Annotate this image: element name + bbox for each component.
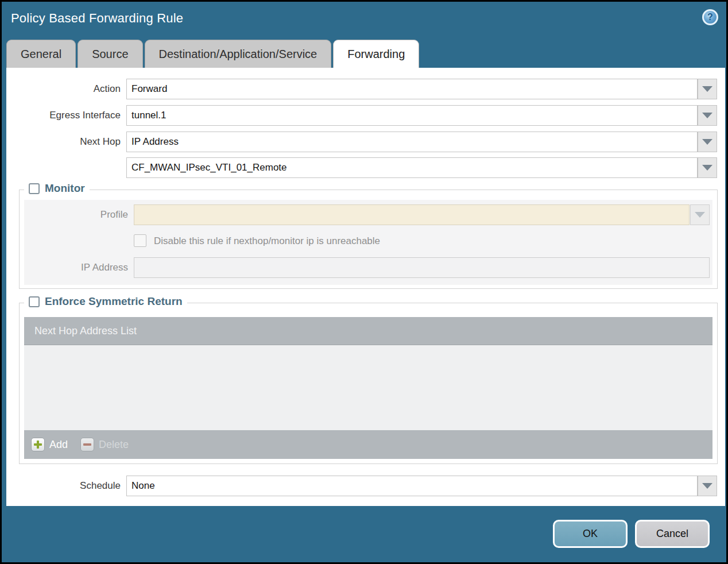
- enforce-symmetric-return-fieldset: Enforce Symmetric Return Next Hop Addres…: [19, 303, 718, 464]
- dialog-titlebar: Policy Based Forwarding Rule ?: [2, 2, 726, 37]
- enforce-symmetric-return-legend: Enforce Symmetric Return: [24, 295, 187, 308]
- chevron-down-icon: [695, 212, 705, 218]
- monitor-legend: Monitor: [24, 182, 90, 195]
- add-button[interactable]: Add: [31, 438, 68, 451]
- minus-icon: [80, 438, 94, 451]
- schedule-dropdown-button[interactable]: [698, 476, 717, 496]
- action-dropdown-button[interactable]: [698, 79, 717, 99]
- forwarding-tab-panel: Action Forward Egress Interface tunnel.1…: [6, 68, 725, 509]
- monitor-legend-label: Monitor: [45, 182, 85, 195]
- disable-rule-label: Disable this rule if nexthop/monitor ip …: [154, 234, 380, 248]
- profile-row: Profile: [24, 204, 712, 225]
- next-hop-address-list-table: Next Hop Address List Add Delete: [24, 317, 712, 459]
- next-hop-address-list-header: Next Hop Address List: [24, 317, 712, 345]
- monitor-checkbox[interactable]: [29, 183, 40, 194]
- chevron-down-icon: [702, 139, 712, 145]
- action-select[interactable]: Forward: [126, 79, 698, 99]
- profile-dropdown-button: [690, 204, 710, 225]
- disable-rule-checkbox: [134, 234, 146, 247]
- next-hop-address-select[interactable]: CF_MWAN_IPsec_VTI_01_Remote: [126, 157, 698, 178]
- tab-general[interactable]: General: [6, 40, 76, 68]
- ok-button[interactable]: OK: [553, 520, 628, 548]
- egress-interface-select[interactable]: tunnel.1: [126, 105, 698, 126]
- policy-based-forwarding-dialog: Policy Based Forwarding Rule ? General S…: [2, 2, 726, 562]
- chevron-down-icon: [702, 165, 712, 171]
- profile-label: Profile: [24, 204, 128, 225]
- next-hop-address-list-body[interactable]: [24, 345, 712, 430]
- chevron-down-icon: [702, 113, 712, 118]
- monitor-ip-address-label: IP Address: [24, 257, 128, 278]
- next-hop-address-list-toolbar: Add Delete: [24, 430, 712, 459]
- delete-button: Delete: [80, 438, 129, 451]
- tab-source[interactable]: Source: [78, 40, 142, 68]
- monitor-panel: Profile Disable this rule if nexthop/mon…: [24, 200, 712, 285]
- tab-bar: General Source Destination/Application/S…: [6, 40, 419, 68]
- tab-destination-application-service[interactable]: Destination/Application/Service: [145, 40, 332, 68]
- monitor-ip-address-input: [134, 257, 710, 278]
- next-hop-dropdown-button[interactable]: [698, 132, 717, 152]
- schedule-select[interactable]: None: [126, 476, 698, 496]
- egress-interface-dropdown-button[interactable]: [698, 105, 717, 126]
- dialog-title: Policy Based Forwarding Rule: [11, 11, 183, 26]
- help-icon[interactable]: ?: [702, 9, 718, 25]
- dialog-footer: OK Cancel: [2, 506, 726, 562]
- monitor-fieldset: Monitor Profile Disable this rule if nex…: [19, 190, 718, 289]
- screen: Policy Based Forwarding Rule ? General S…: [0, 0, 728, 564]
- chevron-down-icon: [702, 86, 712, 92]
- schedule-label: Schedule: [6, 476, 121, 496]
- plus-icon: [31, 438, 45, 451]
- next-hop-address-dropdown-button[interactable]: [698, 157, 717, 178]
- cancel-button[interactable]: Cancel: [635, 520, 710, 548]
- chevron-down-icon: [702, 483, 712, 489]
- profile-select: [134, 204, 690, 225]
- delete-button-label: Delete: [99, 439, 129, 451]
- action-label: Action: [6, 79, 121, 99]
- next-hop-type-select[interactable]: IP Address: [126, 132, 698, 152]
- add-button-label: Add: [49, 439, 68, 451]
- disable-rule-row: Disable this rule if nexthop/monitor ip …: [24, 233, 712, 249]
- next-hop-address-label: [6, 157, 121, 178]
- next-hop-label: Next Hop: [6, 132, 121, 152]
- enforce-symmetric-return-legend-label: Enforce Symmetric Return: [45, 295, 183, 308]
- enforce-symmetric-return-checkbox[interactable]: [29, 296, 40, 307]
- egress-interface-label: Egress Interface: [6, 105, 121, 126]
- monitor-ip-address-row: IP Address: [24, 257, 712, 278]
- tab-forwarding[interactable]: Forwarding: [333, 40, 419, 68]
